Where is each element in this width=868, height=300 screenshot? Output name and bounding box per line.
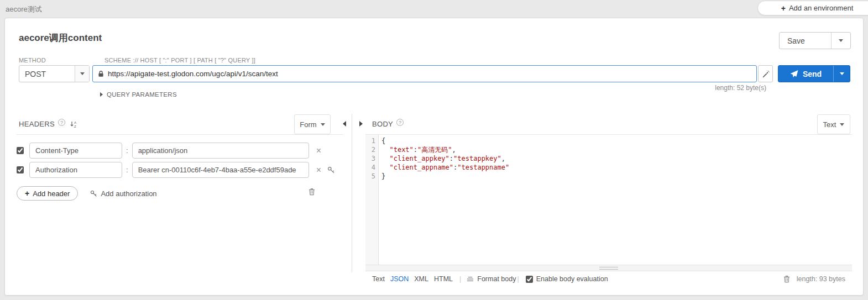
header-enabled-checkbox[interactable] [17,166,24,173]
url-length-indicator: length: 52 byte(s) [715,84,766,92]
expand-right-panel-arrow[interactable] [359,121,363,127]
enable-evaluation-label: Enable body evaluation [536,275,608,283]
auth-key-icon[interactable] [327,166,335,174]
body-panel-bar: BODY ? Text [365,114,852,135]
body-footer: Text JSON XML HTML | Format body | Enabl… [365,271,852,287]
key-icon [90,190,97,197]
body-type-dropdown[interactable]: Text [817,114,850,134]
body-type-label: Text [823,120,836,129]
help-icon[interactable]: ? [396,119,404,126]
format-tab-json[interactable]: JSON [390,275,409,283]
add-environment-button[interactable]: + Add an environment [757,1,868,15]
collapse-left-panel-arrow[interactable] [343,121,346,127]
plus-icon: + [781,4,786,13]
code-line: "client_appkey":"testappkey", [381,154,852,163]
chevron-down-icon [840,123,844,126]
code-lines[interactable]: { "text":"高清无码", "client_appkey":"testap… [379,135,852,265]
query-parameters-label: QUERY PARAMETERS [107,91,177,98]
body-title: BODY [372,120,393,128]
chevron-down-icon [839,39,843,42]
format-body-button[interactable]: Format body [467,275,516,283]
save-button[interactable]: Save [780,33,831,49]
header-value-input[interactable] [132,162,309,178]
send-label: Send [803,70,822,78]
header-name-input[interactable] [29,162,122,178]
save-dropdown-button[interactable] [831,33,850,49]
line-number: 2 [365,145,378,154]
headers-actions-row: + Add header Add authorization [17,186,157,201]
headers-form-dropdown[interactable]: Form [294,114,331,134]
top-bar: aecore测试 + Add an environment [0,0,868,18]
chevron-down-icon [321,123,325,126]
save-split-button: Save [779,32,851,49]
header-enabled-checkbox[interactable] [17,147,24,154]
header-name-input[interactable] [29,143,122,159]
colon-separator: : [126,146,128,155]
line-number: 5 [365,172,378,181]
code-line: { [381,136,852,145]
method-value: POST [19,66,75,82]
line-gutter: 12345 [365,135,379,265]
headers-panel-bar: HEADERS ? A Z Form [17,114,343,135]
magic-wand-icon [762,70,770,78]
sort-az-icon[interactable]: A Z [70,120,77,128]
project-title: aecore测试 [6,4,42,14]
separator: | [517,275,519,283]
header-row-authorization: : × [17,161,335,178]
code-line: } [381,172,852,181]
remove-header-icon[interactable]: × [316,146,321,155]
line-number: 4 [365,163,378,172]
clear-body-icon[interactable] [783,275,790,283]
body-editor[interactable]: 12345 { "text":"高清无码", "client_appkey":"… [365,135,852,265]
send-button[interactable]: Send [778,66,833,82]
line-number: 1 [365,136,378,145]
plus-icon: + [25,189,29,198]
format-tab-xml[interactable]: XML [414,275,428,283]
scheme-label: SCHEME :// HOST [ ":" PORT ] [ PATH [ "?… [104,57,255,64]
remove-header-icon[interactable]: × [316,166,321,175]
delete-headers-icon[interactable] [308,188,315,198]
url-magic-wand-button[interactable] [758,65,773,82]
svg-text:Z: Z [74,125,76,128]
chevron-right-icon [100,92,103,97]
body-length-indicator: length: 93 bytes [797,275,845,283]
format-body-label: Format body [477,275,516,283]
form-dropdown-label: Form [300,120,316,129]
enable-body-evaluation: Enable body evaluation [526,275,608,283]
query-parameters-toggle[interactable]: QUERY PARAMETERS [100,91,177,98]
format-tab-text[interactable]: Text [372,275,385,283]
code-line: "text":"高清无码", [381,145,852,154]
header-row-content-type: : × [17,142,321,159]
url-field-wrapper [92,65,757,82]
method-label: METHOD [19,57,46,64]
headers-title: HEADERS [19,120,55,128]
enable-evaluation-checkbox[interactable] [526,276,533,283]
panel-divider [352,114,352,272]
add-authorization-button[interactable]: Add authorization [90,190,156,198]
header-value-input[interactable] [132,143,309,159]
headers-panel: HEADERS ? A Z Form : × : [17,114,343,280]
add-environment-label: Add an environment [789,4,853,12]
separator: | [459,275,461,283]
format-lines-icon [467,276,474,282]
lock-icon [98,70,104,77]
code-line: "client_appname":"testappname" [381,163,852,172]
editor-resize-handle[interactable] [365,265,852,271]
add-authorization-label: Add authorization [101,190,156,198]
send-dropdown-button[interactable] [833,66,850,82]
method-select[interactable]: POST [19,65,90,82]
colon-separator: : [126,166,128,174]
add-header-button[interactable]: + Add header [17,186,78,201]
paper-plane-icon [790,70,798,78]
help-icon[interactable]: ? [58,119,65,126]
method-dropdown-button[interactable] [75,66,89,82]
format-tab-html[interactable]: HTML [434,275,453,283]
url-input[interactable] [108,70,751,78]
request-title: aecore调用content [19,31,102,44]
send-split-button: Send [778,65,850,82]
svg-text:A: A [74,121,76,124]
body-panel: BODY ? Text 12345 { "text":"高清无码", "clie… [365,114,852,287]
request-panel: aecore调用content Save METHOD SCHEME :// H… [4,18,864,296]
add-header-label: Add header [33,190,70,198]
chevron-down-icon [840,72,844,75]
